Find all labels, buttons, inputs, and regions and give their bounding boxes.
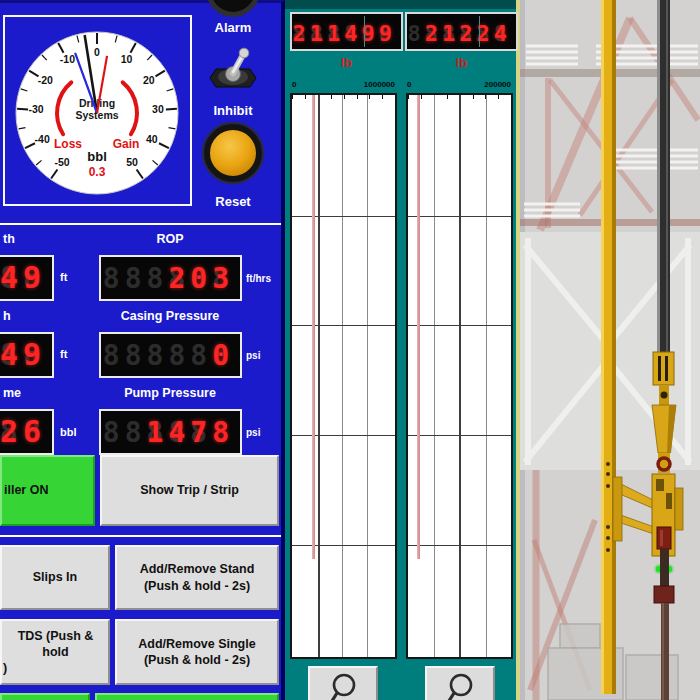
alarm-toggle-switch[interactable] <box>204 47 262 97</box>
magnifier-icon <box>328 672 358 700</box>
casing-pressure-display: 888888 0 <box>99 332 242 378</box>
add-remove-single-button[interactable]: Add/Remove Single (Push & hold - 2s) <box>115 619 279 685</box>
driller-control-panel: -50-40-30-20-1001020304050 Drilling Syst… <box>0 0 285 700</box>
svg-text:50: 50 <box>126 156 138 168</box>
separator-line <box>0 223 281 225</box>
show-trip-strip-button[interactable]: Show Trip / Strip <box>100 455 279 526</box>
svg-text:0: 0 <box>94 46 100 58</box>
chart1-axis-max: 1000000 <box>325 80 395 89</box>
hookload-unit: lb <box>290 55 403 70</box>
led-value: 26 <box>0 414 46 449</box>
display-divider <box>479 16 480 47</box>
display-divider <box>364 16 365 47</box>
tds-button-line1: TDS (Push & hold <box>3 628 108 661</box>
inhibit-label: Inhibit <box>183 103 283 118</box>
weight-strip-chart <box>406 93 513 659</box>
hole-depth-display: 888888 49 <box>0 332 54 378</box>
chart-gridline <box>408 216 511 217</box>
svg-text:-30: -30 <box>28 103 43 115</box>
chart-gridline <box>408 435 511 436</box>
hookload-trace <box>312 95 315 559</box>
loss-label: Loss <box>54 137 82 151</box>
volume-display: 888888 26 <box>0 409 54 455</box>
volume-label-partial: me <box>3 386 21 400</box>
depth-label-partial: th <box>3 232 15 246</box>
gain-label: Gain <box>113 137 140 151</box>
chart-gridline <box>486 95 487 657</box>
svg-text:20: 20 <box>143 74 155 86</box>
led-value: 203 <box>168 262 234 295</box>
pump-pressure-unit: psi <box>246 427 260 438</box>
led-value: 211499 <box>293 21 396 46</box>
chart-top-ticks <box>292 95 395 99</box>
chart2-axis-min: 0 <box>407 80 411 89</box>
separator-line <box>0 535 281 537</box>
chart-gridline <box>367 95 368 657</box>
hole-depth-label-partial: h <box>3 309 11 323</box>
chart2-zoom-button[interactable] <box>425 666 495 700</box>
svg-text:-20: -20 <box>38 74 53 86</box>
tds-button-line2: ) <box>3 660 7 676</box>
casing-pressure-unit: psi <box>246 350 260 361</box>
chart1-axis-min: 0 <box>292 80 296 89</box>
bottom-right-green-button-partial[interactable] <box>95 693 279 700</box>
chart-gridline <box>292 435 395 436</box>
drilling-sim-window: -50-40-30-20-1001020304050 Drilling Syst… <box>0 0 700 700</box>
svg-text:-10: -10 <box>60 53 75 65</box>
chart-gridline <box>434 95 435 657</box>
rig-3d-viewport[interactable] <box>520 0 700 700</box>
rop-label: ROP <box>97 232 243 246</box>
pump-pressure-display: 888888 1478 <box>99 409 242 455</box>
chart-recorder-panel: 888888 211499 888888 21224 lb lb 0 10000… <box>285 0 520 700</box>
led-value: 0 <box>212 339 234 372</box>
gauge-unit-label: bbl <box>87 149 107 164</box>
svg-text:30: 30 <box>152 103 164 115</box>
rop-unit: ft/hrs <box>246 273 271 284</box>
alarm-label: Alarm <box>183 20 283 35</box>
bottom-left-green-button-partial[interactable] <box>0 693 90 700</box>
chart-gridline <box>459 95 461 657</box>
svg-text:-50: -50 <box>54 156 69 168</box>
add-remove-stand-button[interactable]: Add/Remove Stand (Push & hold - 2s) <box>115 545 279 610</box>
svg-text:-40: -40 <box>35 133 50 145</box>
chart-gridline <box>292 216 395 217</box>
chart-gridline <box>342 95 343 657</box>
casing-pressure-label: Casing Pressure <box>97 309 243 323</box>
tds-button-partial[interactable]: TDS (Push & hold ) <box>0 619 110 685</box>
inhibit-button[interactable] <box>204 124 262 182</box>
hookload-strip-chart <box>290 93 397 659</box>
pump-pressure-label: Pump Pressure <box>97 386 243 400</box>
chart-gridline <box>292 545 395 546</box>
chart-gridline <box>318 95 320 657</box>
chart1-zoom-button[interactable] <box>308 666 378 700</box>
chart-gridline <box>292 325 395 326</box>
chart-gridline <box>408 325 511 326</box>
mute-button-partial[interactable] <box>206 0 260 17</box>
chart2-axis-max: 200000 <box>441 80 511 89</box>
svg-text:40: 40 <box>146 133 158 145</box>
weight-unit: lb <box>405 55 518 70</box>
gauge-value: 0.3 <box>89 165 106 179</box>
loss-gain-gauge-box: -50-40-30-20-1001020304050 Drilling Syst… <box>3 15 192 206</box>
led-value: 21224 <box>425 21 511 46</box>
weight-display: 888888 21224 <box>405 12 518 51</box>
panel-top-edge <box>285 0 520 9</box>
toggle-knob <box>239 48 249 58</box>
depth-display: 888888 49 <box>0 255 54 301</box>
led-value: 1478 <box>147 416 234 449</box>
rop-display: 888888 203 <box>99 255 242 301</box>
chart-gridline <box>408 545 511 546</box>
slips-in-button[interactable]: Slips In <box>0 545 110 610</box>
reset-label: Reset <box>183 194 283 209</box>
driller-on-button[interactable]: iller ON <box>0 455 95 526</box>
yellow-guide-pole <box>601 0 616 694</box>
loss-gain-gauge: -50-40-30-20-1001020304050 Drilling Syst… <box>5 17 190 204</box>
svg-text:10: 10 <box>121 53 133 65</box>
magnifier-icon <box>445 672 475 700</box>
hookload-display: 888888 211499 <box>290 12 403 51</box>
rig-scene <box>520 0 700 700</box>
led-value: 49 <box>0 337 46 372</box>
weight-trace <box>417 95 420 559</box>
depth-unit: ft <box>60 271 67 283</box>
hole-depth-unit: ft <box>60 348 67 360</box>
